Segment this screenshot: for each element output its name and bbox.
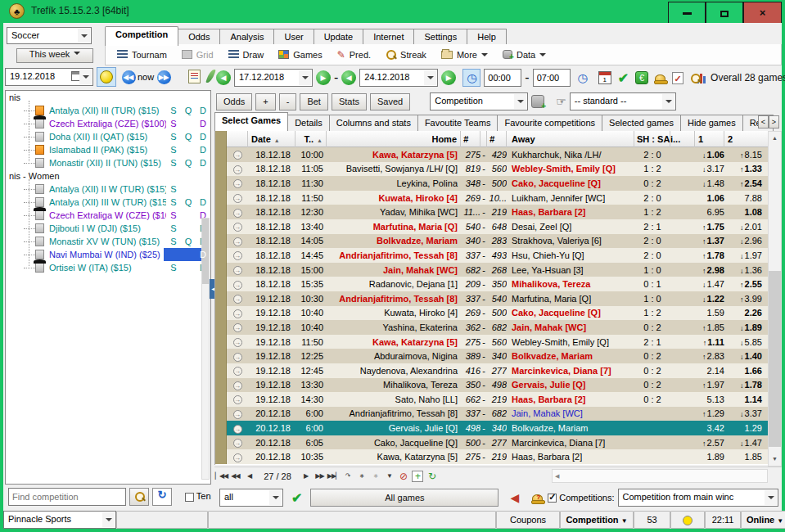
find-competition-input[interactable] [8, 488, 126, 506]
scrollbar-thumb[interactable] [769, 271, 781, 447]
scroll-down-icon[interactable]: ▼ [769, 453, 781, 466]
column-date[interactable]: Date▲ [248, 131, 296, 147]
column-odds2[interactable]: 2 [724, 131, 769, 147]
table-row[interactable]: → 19.12.18 14:30 Sato, Naho [LL] 662 - 2… [215, 392, 768, 407]
view-tab[interactable]: Favourite competitions [497, 115, 602, 131]
prev-record-button[interactable]: ◀ [242, 472, 256, 480]
table-row[interactable]: → 19.12.18 10:30 Andrianjafitrimo, Tessa… [215, 291, 768, 306]
table-row[interactable]: → 20.12.18 6:00 Andrianjafitrimo, Tessah… [215, 407, 768, 422]
minimize-button[interactable] [668, 2, 706, 24]
table-row[interactable]: → 20.12.18 6:00 Gervais, Julie [Q] 498 -… [215, 421, 768, 435]
column-home[interactable]: Home [327, 131, 461, 147]
go-icon[interactable]: → [233, 266, 242, 275]
go-icon[interactable]: → [233, 367, 242, 376]
menu-tab[interactable]: User [273, 29, 314, 46]
menu-tab[interactable]: Internet [363, 29, 414, 46]
go-icon[interactable]: → [233, 353, 242, 362]
export-data-icon[interactable] [531, 95, 544, 108]
table-row[interactable]: → 19.12.18 10:40 Yashina, Ekaterina 362 … [215, 320, 768, 335]
find-button[interactable] [129, 488, 149, 506]
toolbar-button[interactable]: Odds [216, 93, 252, 110]
time-to-input[interactable] [533, 69, 571, 87]
now-next-button[interactable]: ▶▶ [154, 67, 174, 87]
view-tab[interactable]: Hide games [680, 115, 743, 131]
competitions-checkbox[interactable]: Competitions: [548, 493, 614, 503]
view-tab[interactable]: Select Games [214, 112, 288, 131]
now-prev-button[interactable]: ◀◀ [119, 67, 138, 87]
go-icon[interactable]: → [233, 281, 242, 290]
column-time[interactable]: T..▲ [296, 131, 327, 147]
time-from-input[interactable] [484, 69, 521, 87]
table-row[interactable]: → 18.12.18 14:05 Bolkvadze, Mariam 340 -… [215, 234, 768, 249]
time-reset-button[interactable]: ◷ [574, 69, 592, 87]
insert-dim-icon[interactable]: ∗ [368, 472, 382, 480]
ribbon-button[interactable]: More [441, 50, 488, 60]
competition-item[interactable]: Czech Extraliga W (CZE) ($100) S D [6, 209, 210, 222]
bookmaker-select[interactable]: Pinnacle Sports [3, 511, 116, 529]
table-row[interactable]: → 19.12.18 10:40 Kuwata, Hiroko [4] 269 … [215, 306, 768, 321]
date-picker[interactable]: 19.12.2018 [5, 68, 93, 86]
fast-prev-button[interactable]: ◀◀ [228, 472, 242, 480]
help-bell-icon[interactable] [532, 494, 543, 503]
maximize-button[interactable] [706, 2, 743, 24]
apply-check-icon[interactable]: ✔ [618, 70, 629, 86]
view-tab[interactable]: Columns and stats [329, 115, 418, 131]
competition-item[interactable]: Ortisei W (ITA) ($15) S D [6, 261, 210, 274]
fast-next-button[interactable]: ▶▶ [313, 472, 327, 480]
checklist-icon[interactable]: ✓ [672, 72, 683, 84]
table-row[interactable]: → 19.12.18 12:45 Naydenova, Alexandrina … [215, 363, 768, 378]
date-to-prev-button[interactable]: ◀ [341, 70, 356, 85]
competition-item[interactable]: Monastir XV W (TUN) ($15) S Q D [6, 235, 210, 248]
refresh-icon[interactable]: ↷ [341, 472, 354, 480]
view-tab[interactable]: Favoutite Teams [417, 115, 499, 131]
go-icon[interactable]: → [233, 194, 242, 203]
column-away-rank[interactable]: # [487, 131, 507, 147]
go-icon[interactable]: → [233, 453, 242, 462]
go-icon[interactable]: → [233, 381, 242, 390]
toolbar-button[interactable]: - [279, 93, 297, 110]
bell-icon[interactable] [655, 74, 665, 83]
refresh-competitions-button[interactable]: ↻ [152, 488, 172, 506]
table-row[interactable]: → 18.12.18 12:30 Yadav, Mihika [WC] 11..… [215, 205, 768, 219]
go-icon[interactable]: → [233, 309, 242, 318]
column-score[interactable]: SH : SA [634, 131, 670, 147]
ribbon-button[interactable]: Tournam [117, 50, 167, 60]
table-row[interactable]: → 20.12.18 6:05 Cako, Jacqueline [Q] 500… [215, 435, 768, 450]
cancel-filter-icon[interactable]: ⊘ [396, 471, 410, 482]
euro-icon[interactable]: € [635, 71, 648, 84]
sport-select[interactable]: Soccer [7, 27, 92, 44]
table-row[interactable]: → 18.12.18 11:30 Leykina, Polina 348 - 5… [215, 176, 768, 191]
toolbar-button[interactable]: Bet [300, 93, 328, 110]
table-row[interactable]: → 18.12.18 15:00 Jain, Mahak [WC] 682 - … [215, 263, 768, 277]
hand-pointer-icon[interactable]: ☞ [556, 95, 566, 108]
table-row[interactable]: → 20.12.18 10:35 Kawa, Katarzyna [5] 275… [215, 449, 768, 464]
competition-item[interactable]: Antalya (XII) II W (TUR) ($15) S [6, 183, 210, 196]
go-icon[interactable]: → [233, 237, 242, 246]
scroll-left-icon[interactable]: ◀ [555, 473, 559, 479]
reload-icon[interactable]: ↻ [425, 471, 439, 482]
date-to-select[interactable]: 24.12.2018 [359, 69, 438, 87]
profile-select[interactable]: -- standard -- [570, 92, 676, 110]
date-to-next-button[interactable]: ▶ [441, 70, 456, 85]
competition-item[interactable]: Czech Extraliga (CZE) ($100) S D [6, 117, 210, 130]
column-info[interactable]: i... [670, 131, 695, 147]
menu-tab[interactable]: Settings [413, 29, 467, 46]
add-icon[interactable]: + [412, 471, 423, 482]
table-row[interactable]: → 18.12.18 15:35 Radanovic, Dejana [1] 2… [215, 277, 768, 291]
next-record-button[interactable]: ▶ [299, 472, 313, 480]
menu-tab[interactable]: Update [314, 29, 363, 46]
ribbon-button[interactable]: Streak [386, 49, 426, 60]
last-record-button[interactable]: ▶▶▏ [327, 472, 341, 480]
column-odds1[interactable]: 1 [695, 131, 724, 147]
all-filter-select[interactable]: all [219, 489, 283, 507]
tab-scroll-right-button[interactable]: > [769, 115, 779, 128]
competition-item[interactable]: Djibouti I W (DJI) ($15) S D [6, 222, 210, 235]
coupons-button[interactable]: Coupons [496, 511, 560, 529]
menu-tab[interactable]: Help [467, 29, 507, 46]
table-row[interactable]: → 18.12.18 10:00 Kawa, Katarzyna [5] 275… [215, 147, 768, 162]
apply-check-icon[interactable]: ✔ [291, 490, 302, 506]
go-icon[interactable]: → [233, 395, 242, 404]
first-record-button[interactable]: ▏◀◀ [214, 472, 228, 480]
tab-scroll-left-button[interactable]: < [758, 115, 769, 128]
scroll-up-icon[interactable]: ▲ [769, 132, 781, 145]
